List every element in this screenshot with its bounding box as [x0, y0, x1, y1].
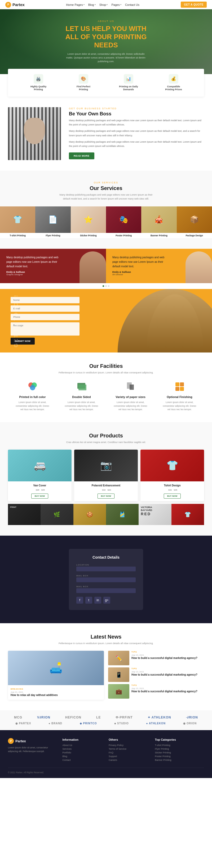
product-van-buy[interactable]: BUY NOW	[31, 494, 49, 499]
dot-3[interactable]	[108, 285, 109, 287]
news-card-small-1[interactable]: ✏️ TIPS July 13, 2021 How to build a suc…	[108, 651, 204, 665]
footer-link-faq[interactable]: FAQ	[109, 751, 150, 754]
nav-item-pages[interactable]: Pages ▾	[111, 3, 121, 6]
testimonial-1-text: Many desktop publishing packages and web…	[6, 255, 62, 269]
nav-item-home[interactable]: Home Pages ▾	[66, 3, 84, 6]
news-small-1-info: TIPS July 13, 2021 How to build a succes…	[131, 651, 204, 660]
footer-link-contact[interactable]: Contact	[62, 759, 103, 761]
service-flyer-label: Flyer Printing	[35, 233, 71, 238]
get-quote-button[interactable]: GET A QUOTE	[181, 2, 207, 8]
footer-cat-tshirt[interactable]: T-shirt Printing	[155, 744, 204, 747]
news-card-small-3[interactable]: 💼 TIPS July 13, 2021 How to build a succ…	[108, 684, 204, 699]
news-small-1-img: ✏️	[108, 651, 129, 665]
twitter-icon[interactable]: t	[85, 597, 92, 603]
nav-item-shop[interactable]: Shop ▾	[99, 3, 108, 6]
footer-link-portfolio[interactable]: Portfolio	[62, 751, 103, 754]
boss-title: Be Your Own Boss	[69, 111, 204, 117]
service-sticker-label: Sticker Printing	[71, 233, 106, 238]
services-section: Our Services Our Services Many desktop p…	[0, 171, 212, 249]
testimonial-1: Many desktop publishing packages and web…	[0, 249, 106, 283]
linkedin-icon[interactable]: in	[94, 597, 101, 603]
facility-paper-desc: Lorem ipsum dolor sit amet, consectetur …	[113, 401, 148, 411]
product-print-buy[interactable]: BUY NOW	[98, 494, 115, 499]
chevron-down-icon: ▾	[120, 3, 122, 6]
contact-section: Get In Touch! SUBMIT NOW	[0, 289, 212, 352]
service-package[interactable]: 📦 Package Design	[177, 207, 212, 238]
site-logo[interactable]: P Partex	[5, 2, 25, 8]
contact-mailbox-2: Mail Box	[76, 585, 136, 593]
feature-daily: 📊 Printing on Daily Demands	[118, 74, 139, 91]
svg-rect-10	[180, 387, 184, 391]
service-sticker[interactable]: ⭐ Sticker Printing	[71, 207, 106, 238]
feature-prices-label: Compatible Printing Prices	[163, 85, 184, 91]
facility-color-name: Printed in full color	[19, 395, 46, 399]
contact-phone-input[interactable]	[10, 314, 80, 320]
footer-cat-poster[interactable]: Poster Printing	[155, 755, 204, 758]
googleplus-icon[interactable]: g+	[103, 597, 110, 603]
facebook-icon[interactable]: f	[76, 597, 83, 603]
product-van-img: 🚐	[8, 450, 72, 482]
footer-link-careers[interactable]: Careers	[109, 759, 150, 761]
boss-para2: Many desktop publishing packages and web…	[69, 129, 204, 137]
contact-details-section: Contact Details Location Mail Box Mail B…	[0, 536, 212, 623]
footer-link-about[interactable]: About Us	[62, 744, 103, 747]
contact-social-links: f t in g+	[76, 597, 136, 603]
footer-link-support[interactable]: Support	[109, 755, 150, 758]
facility-finishing-name: Optional Finishing	[167, 395, 192, 399]
contact-mailbox-1: Mail Box	[76, 575, 136, 582]
contact-details-card: Contact Details Location Mail Box Mail B…	[69, 549, 143, 610]
news-large-img: 🛋️	[8, 651, 104, 685]
products-subtitle: Cras ultrices leo sit amet magna amet. C…	[56, 440, 156, 444]
hero-subtitle: Lorem ipsum dolor sit amet, consectetur …	[63, 52, 149, 63]
footer-categories-links: T-shirt Printing Flyer Printing Sticker …	[155, 744, 204, 761]
footer-link-privacy[interactable]: Privacy Policy	[109, 744, 150, 747]
products-grid: 🚐 Van Cover $25 $35 BUY NOW 📷 Polaroid E…	[8, 450, 204, 501]
contact-email-input[interactable]	[10, 305, 80, 312]
service-poster[interactable]: 🎭 Poster Printing	[106, 207, 141, 238]
service-tshirt[interactable]: 👕 T-shirt Printing	[0, 207, 35, 238]
feature-prices: 💰 Compatible Printing Prices	[163, 74, 184, 91]
product-tshirt-img: 👕	[140, 450, 204, 482]
brand-2-5: ● athlekon	[146, 722, 166, 725]
dot-1[interactable]	[103, 285, 104, 287]
chevron-down-icon: ▾	[83, 3, 84, 6]
footer-cat-sticker[interactable]: Sticker Printing	[155, 751, 204, 754]
perfect-icon: 🎨	[79, 74, 88, 84]
nav-item-blog[interactable]: Blog ▾	[88, 3, 96, 6]
hero-section: About Us LET US HELP YOU WITH ALL OF YOU…	[0, 9, 212, 74]
brand-2-6: ◉ orion	[183, 722, 197, 725]
nav-item-contact[interactable]: Contact Us	[125, 3, 139, 6]
color-icon	[26, 380, 39, 393]
news-small-2-img: 📱	[108, 668, 129, 682]
contact-details-title: Contact Details	[76, 555, 136, 559]
news-small-2-title: How to build a successful digital market…	[131, 673, 204, 677]
brand-le: LE	[96, 716, 101, 719]
product-tshirt-buy[interactable]: BUY NOW	[164, 494, 181, 499]
news-small-1-title: How to build a successful digital market…	[131, 656, 204, 660]
footer-link-blog[interactable]: Blog	[62, 755, 103, 758]
facility-color-desc: Lorem ipsum dolor sit amet, consectetur …	[16, 401, 50, 411]
hero-tag: About Us	[98, 20, 114, 23]
brand-2-2: ● brand	[49, 722, 62, 725]
dot-2[interactable]	[105, 285, 107, 287]
product-print: 📷 Polaroid Enhancement $18 $28 BUY NOW	[74, 450, 138, 501]
service-banner[interactable]: 🎪 Banner Printing	[141, 207, 177, 238]
contact-message-input[interactable]	[10, 322, 80, 336]
read-more-button[interactable]: READ MORE	[69, 152, 94, 159]
footer-logo[interactable]: P Partex	[8, 738, 57, 744]
footer-cat-banner[interactable]: Banner Printing	[155, 759, 204, 761]
product-van-info: Van Cover $25 $35 BUY NOW	[8, 482, 72, 501]
news-card-large[interactable]: 🛋️ BREAKING July 21, 2021 How to relax a…	[8, 651, 104, 700]
service-sticker-img: ⭐	[71, 207, 106, 233]
news-card-small-2[interactable]: 📱 TIPS July 13, 2021 How to build a succ…	[108, 668, 204, 682]
gallery-cell-2: 🌿	[41, 504, 73, 525]
feature-daily-label: Printing on Daily Demands	[118, 85, 139, 91]
contact-name-input[interactable]	[10, 297, 80, 303]
footer-link-terms[interactable]: Terms of Service	[109, 748, 150, 750]
service-flyer[interactable]: 📄 Flyer Printing	[35, 207, 71, 238]
footer-cat-flyer[interactable]: Flyer Printing	[155, 748, 204, 750]
news-small-2-tag: TIPS	[131, 668, 204, 670]
footer-link-services[interactable]: Services	[62, 748, 103, 750]
facility-paper-name: Variety of paper sizes	[115, 395, 145, 399]
news-large-tag: BREAKING	[10, 688, 101, 690]
